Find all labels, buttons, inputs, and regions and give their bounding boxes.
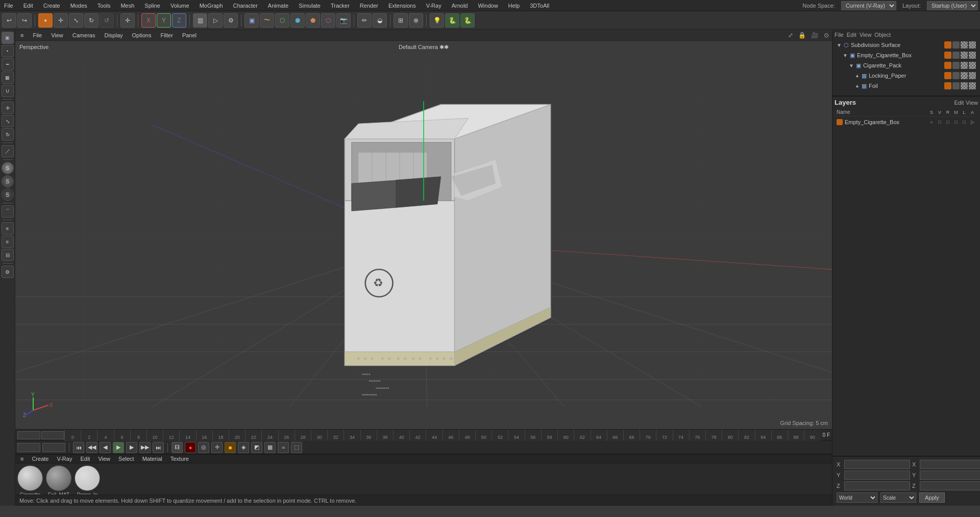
layer3-button[interactable]: ⊟ bbox=[2, 249, 14, 261]
material-swatch-paper[interactable] bbox=[75, 465, 100, 491]
tree-check2-icon-cpack[interactable] bbox=[969, 62, 976, 69]
move-sidebar-button[interactable]: ✛ bbox=[2, 102, 14, 114]
menu-vray[interactable]: V-Ray bbox=[424, 2, 444, 10]
tree-render-icon-subdivision[interactable] bbox=[961, 41, 968, 49]
material-s3-button[interactable]: S bbox=[2, 189, 14, 201]
tree-check2-icon-foil[interactable] bbox=[969, 82, 976, 89]
generator-button[interactable]: ⬟ bbox=[306, 13, 320, 28]
scale-mode-select[interactable]: Scale bbox=[880, 492, 916, 503]
edge-mode-button[interactable]: ━ bbox=[2, 58, 14, 70]
node-space-select[interactable]: Current (V-Ray) bbox=[841, 1, 896, 10]
object-header-object[interactable]: Object bbox=[874, 32, 891, 38]
layer-lock-btn[interactable]: □ bbox=[944, 119, 951, 126]
vp-menu-cameras[interactable]: Cameras bbox=[70, 31, 97, 39]
mat-menu-edit[interactable]: Edit bbox=[78, 455, 92, 463]
playback-mode-8[interactable]: ▦ bbox=[264, 442, 276, 453]
apply-button[interactable]: Apply bbox=[919, 492, 945, 503]
vp-menu-options[interactable]: Options bbox=[130, 31, 154, 39]
rotate-tool-button[interactable]: ↻ bbox=[84, 13, 99, 28]
tree-row-foil[interactable]: ▲ ▦ Foil bbox=[853, 81, 978, 91]
select-mode-button[interactable]: ● bbox=[38, 13, 53, 28]
layer-solo-btn[interactable]: ○ bbox=[928, 119, 935, 126]
python2-button[interactable]: 🐍 bbox=[460, 13, 475, 28]
line-tool-button[interactable]: ／ bbox=[2, 145, 14, 157]
menu-mograph[interactable]: MoGraph bbox=[198, 2, 225, 10]
tree-render-icon-cbox[interactable] bbox=[961, 52, 968, 59]
tree-render-icon-foil[interactable] bbox=[961, 82, 968, 89]
tree-row-cigarette-pack[interactable]: ▼ ▣ Cigarette_Pack bbox=[847, 60, 978, 70]
vp-menu-display[interactable]: Display bbox=[102, 31, 125, 39]
tree-render-icon-cpack[interactable] bbox=[961, 62, 968, 69]
vp-menu-hamburger[interactable]: ≡ bbox=[18, 31, 26, 39]
playback-mode-6[interactable]: ◈ bbox=[238, 442, 249, 453]
play-button[interactable]: ▶ bbox=[113, 442, 124, 453]
pen-tool-button[interactable]: ✏ bbox=[357, 13, 372, 28]
menu-help[interactable]: Help bbox=[506, 2, 522, 10]
tree-check2-icon-subdivision[interactable] bbox=[969, 41, 976, 49]
coord-scale-x-input[interactable]: 0 cm bbox=[920, 460, 980, 469]
vp-icon-camera[interactable]: 🎥 bbox=[811, 32, 819, 39]
prev-key-button[interactable]: ◀ bbox=[100, 442, 111, 453]
grid-button[interactable]: ⊞ bbox=[394, 13, 408, 28]
playback-mode-10[interactable]: ⬚ bbox=[291, 442, 302, 453]
tree-lock-icon-cpack[interactable] bbox=[952, 62, 960, 69]
tree-lock-icon-subdivision[interactable] bbox=[952, 41, 960, 49]
layer-vis-btn[interactable]: □ bbox=[936, 119, 943, 126]
tree-vis-icon-foil[interactable] bbox=[944, 82, 951, 89]
menu-file[interactable]: File bbox=[2, 2, 15, 10]
new-object-button[interactable]: ✛ bbox=[120, 13, 135, 28]
rotate-sidebar-button[interactable]: ↻ bbox=[2, 128, 14, 140]
layer-render-btn[interactable]: □ bbox=[952, 119, 960, 126]
vp-icon-render[interactable]: ⊙ bbox=[824, 32, 829, 39]
material-swatch-cigarette[interactable] bbox=[17, 465, 43, 491]
playback-mode-1[interactable]: 🎞 bbox=[172, 442, 183, 453]
material-swatch-foil[interactable] bbox=[46, 465, 71, 491]
playback-mode-5[interactable]: ■ bbox=[225, 442, 236, 453]
menu-3dtoall[interactable]: 3DToAll bbox=[528, 2, 551, 10]
mat-menu-material[interactable]: Material bbox=[140, 455, 164, 463]
cube-object-button[interactable]: ▣ bbox=[244, 13, 259, 28]
object-header-file[interactable]: File bbox=[835, 32, 844, 38]
playback-mode-2[interactable]: ● bbox=[185, 442, 196, 453]
keyframe-input[interactable]: 0 F bbox=[41, 431, 64, 439]
tree-vis-icon-cpack[interactable] bbox=[944, 62, 951, 69]
timeline-ruler[interactable]: 0 2 4 6 8 10 12 14 16 18 20 22 24 26 28 … bbox=[64, 430, 821, 441]
coord-x-input[interactable]: 0 cm bbox=[844, 460, 910, 469]
snap-button[interactable]: ⊕ bbox=[409, 13, 423, 28]
material-s2-button[interactable]: S bbox=[2, 175, 14, 187]
menu-edit[interactable]: Edit bbox=[21, 2, 35, 10]
render-region-button[interactable]: ▥ bbox=[193, 13, 207, 28]
render-settings-button[interactable]: ⚙ bbox=[224, 13, 238, 28]
tree-lock-icon-paper[interactable] bbox=[952, 72, 960, 79]
layer-anim-btn[interactable]: ▷ bbox=[969, 119, 976, 126]
playback-mode-7[interactable]: ◩ bbox=[251, 442, 262, 453]
menu-window[interactable]: Window bbox=[476, 2, 500, 10]
camera-button[interactable]: 📷 bbox=[336, 13, 351, 28]
coord-z-input[interactable]: 0 cm bbox=[844, 481, 910, 490]
tree-row-locking-paper[interactable]: ▲ ▦ Locking_Paper bbox=[853, 70, 978, 81]
tree-vis-icon-subdivision[interactable] bbox=[944, 41, 951, 49]
brush-button[interactable]: ⌒ bbox=[2, 205, 14, 218]
sculpt-button[interactable]: ◒ bbox=[373, 13, 387, 28]
object-header-view[interactable]: View bbox=[860, 32, 872, 38]
tree-lock-icon-cbox[interactable] bbox=[952, 52, 960, 59]
vp-menu-panel[interactable]: Panel bbox=[180, 31, 199, 39]
playback-mode-4[interactable]: ✛ bbox=[211, 442, 223, 453]
object-mode-button[interactable]: ▣ bbox=[2, 32, 14, 44]
playback-mode-9[interactable]: ≈ bbox=[278, 442, 289, 453]
vp-menu-filter[interactable]: Filter bbox=[158, 31, 175, 39]
tree-check2-icon-cbox[interactable] bbox=[969, 52, 976, 59]
spline-tool-button[interactable]: 〜 bbox=[260, 13, 274, 28]
current-frame-input[interactable]: 0 F bbox=[17, 431, 40, 439]
menu-tools[interactable]: Tools bbox=[95, 2, 113, 10]
tree-check2-icon-paper[interactable] bbox=[969, 72, 976, 79]
nurbs-button[interactable]: ⬡ bbox=[275, 13, 289, 28]
mat-menu-vray[interactable]: V-Ray bbox=[55, 455, 74, 463]
layer-button[interactable]: ≡ bbox=[2, 222, 14, 234]
mat-menu-select[interactable]: Select bbox=[116, 455, 136, 463]
menu-render[interactable]: Render bbox=[358, 2, 380, 10]
menu-create[interactable]: Create bbox=[41, 2, 62, 10]
playback-mode-3[interactable]: ◎ bbox=[198, 442, 209, 453]
mat-menu-create[interactable]: Create bbox=[30, 455, 51, 463]
layers-view-btn[interactable]: View bbox=[966, 100, 978, 106]
